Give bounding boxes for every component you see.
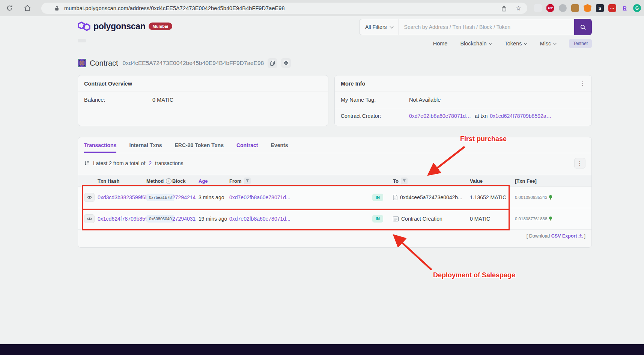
info-icon[interactable]: i: [166, 178, 172, 184]
document-icon: [393, 195, 397, 200]
balance-value: 0 MATIC: [152, 97, 173, 103]
network-badge: Mumbai: [149, 23, 173, 30]
col-from: From: [229, 178, 242, 184]
table-options-button[interactable]: ⋮: [574, 158, 585, 168]
csv-suffix: ]: [584, 233, 585, 239]
testnet-button[interactable]: Testnet: [569, 39, 592, 48]
home-icon[interactable]: [23, 4, 32, 12]
r-extension-icon[interactable]: R: [621, 4, 629, 12]
txn-value: 0 MATIC: [470, 216, 515, 222]
lock-icon: [55, 6, 59, 11]
nav-misc[interactable]: Misc: [540, 41, 556, 47]
txn-count-link[interactable]: 2: [149, 160, 152, 166]
name-tag-value: Not Available: [409, 97, 441, 103]
creator-label: Contract Creator:: [341, 113, 409, 119]
txn-hash-link[interactable]: 0xd3cd3b3823599f6b02...: [98, 194, 146, 200]
copy-icon: [270, 61, 275, 66]
block-link[interactable]: 27294214: [172, 194, 199, 200]
url-text: mumbai.polygonscan.com/address/0xd4cEE5A…: [64, 5, 285, 11]
search-bar: All Filters: [359, 19, 592, 35]
to-contract-creation: Contract Creation: [401, 216, 442, 222]
creation-txn-link[interactable]: 0x1cd624f78709b8592a…: [490, 113, 551, 119]
to-filter-button[interactable]: [401, 178, 408, 184]
chevron-down-icon: [489, 41, 492, 45]
nav-tokens[interactable]: Tokens: [505, 41, 527, 47]
col-to: To: [393, 178, 399, 184]
address-bar[interactable]: mumbai.polygonscan.com/address/0xd4cEE5A…: [41, 3, 527, 14]
tab-transactions[interactable]: Transactions: [84, 137, 116, 153]
grid-icon: [284, 61, 288, 65]
card-title: Contract Overview: [84, 81, 132, 87]
tab-contract[interactable]: Contract: [236, 137, 258, 153]
search-filter-label: All Filters: [365, 24, 387, 30]
qr-code-button[interactable]: [281, 58, 291, 68]
search-input[interactable]: [399, 24, 574, 30]
contract-icon: [393, 217, 399, 221]
from-filter-button[interactable]: [244, 178, 251, 184]
nav-home[interactable]: Home: [433, 41, 448, 47]
wallet-extension-icon[interactable]: [571, 4, 579, 12]
csv-export-link[interactable]: CSV Export: [551, 233, 577, 239]
block-link[interactable]: 27294031: [172, 216, 199, 222]
bookmark-star-icon[interactable]: ☆: [516, 5, 521, 12]
grammar-extension-icon[interactable]: G: [633, 4, 641, 12]
csv-export-row: [ Download CSV Export ]: [78, 233, 591, 239]
tab-internal-txns[interactable]: Internal Txns: [129, 137, 162, 153]
preview-txn-button[interactable]: [84, 214, 95, 223]
more-info-card: More Info ⋮ My Name Tag: Not Available C…: [334, 75, 592, 126]
password-extension-icon[interactable]: •••: [608, 4, 616, 12]
summary-text: Latest 2 from a total of: [93, 160, 145, 166]
funnel-icon: [245, 179, 249, 183]
brand-name: polygonscan: [93, 21, 146, 32]
age-value: 3 mins ago: [199, 194, 229, 200]
tab-events[interactable]: Events: [271, 137, 288, 153]
share-icon[interactable]: [501, 5, 507, 12]
annotation-first-purchase: First purchase: [460, 135, 507, 143]
direction-badge: IN: [372, 194, 383, 201]
name-tag-label: My Name Tag:: [341, 97, 409, 103]
txn-fee: 0.001090935343: [515, 195, 547, 200]
summary-suffix: transactions: [155, 160, 183, 166]
col-age-link[interactable]: Age: [199, 178, 229, 184]
copy-address-button[interactable]: [268, 58, 277, 68]
tab-erc20-token-txns[interactable]: ERC-20 Token Txns: [175, 137, 224, 153]
chevron-down-icon: [524, 41, 528, 45]
from-address-link[interactable]: 0xd7e02fb8a60e78071d...: [229, 216, 372, 222]
annotation-deployment: Deployment of Salespage: [433, 271, 515, 279]
txn-hash-link[interactable]: 0x1cd624f78709b8592a...: [98, 216, 146, 222]
eye-icon: [87, 217, 92, 221]
extension-icon[interactable]: [534, 4, 542, 12]
col-txn-hash: Txn Hash: [98, 178, 146, 184]
search-icon: [580, 24, 586, 30]
search-filter-dropdown[interactable]: All Filters: [360, 19, 399, 35]
eye-icon: [87, 196, 92, 199]
contract-address: 0xd4cEE5A72473E0042be45b40E94B4bFF9D7aeE…: [123, 60, 264, 66]
chevron-down-icon: [390, 25, 393, 29]
table-row: 0xd3cd3b3823599f6b02... 0x7bea1b78 27294…: [78, 187, 591, 208]
table-header-row: Txn Hash Methodi Block Age From To Value…: [78, 175, 591, 187]
sort-icon: [84, 161, 90, 166]
kebab-menu-icon[interactable]: ⋮: [580, 81, 585, 86]
page-title-row: Contract 0xd4cEE5A72473E0042be45b40E94B4…: [78, 57, 291, 69]
col-block: Block: [172, 178, 199, 184]
polygonscan-logo[interactable]: polygonscan Mumbai: [78, 21, 172, 32]
gas-bulb-icon: [549, 216, 552, 221]
transactions-table: Txn Hash Methodi Block Age From To Value…: [78, 175, 591, 230]
from-address-link[interactable]: 0xd7e02fb8a60e78071d...: [229, 194, 372, 200]
nav-blockchain[interactable]: Blockchain: [460, 41, 492, 47]
list-summary-row: Latest 2 from a total of 2 transactions …: [78, 153, 591, 168]
adblock-extension-icon[interactable]: ABP: [546, 4, 554, 12]
privacy-extension-icon[interactable]: [559, 4, 567, 12]
download-icon[interactable]: [578, 234, 583, 238]
preview-txn-button[interactable]: [84, 193, 95, 202]
address-identicon: [78, 59, 86, 67]
s-extension-icon[interactable]: S: [596, 4, 604, 12]
to-address: 0xd4cee5a72473e0042b...: [400, 194, 462, 200]
creator-address-link[interactable]: 0xd7e02fb8a60e78071d…: [409, 113, 471, 119]
search-button[interactable]: [574, 19, 592, 35]
reload-icon[interactable]: [5, 4, 14, 12]
col-txn-fee: [Txn Fee]: [515, 178, 585, 184]
metamask-extension-icon[interactable]: [584, 4, 591, 12]
method-badge: 0x60806040: [146, 215, 175, 223]
page-title: Contract: [90, 59, 118, 68]
